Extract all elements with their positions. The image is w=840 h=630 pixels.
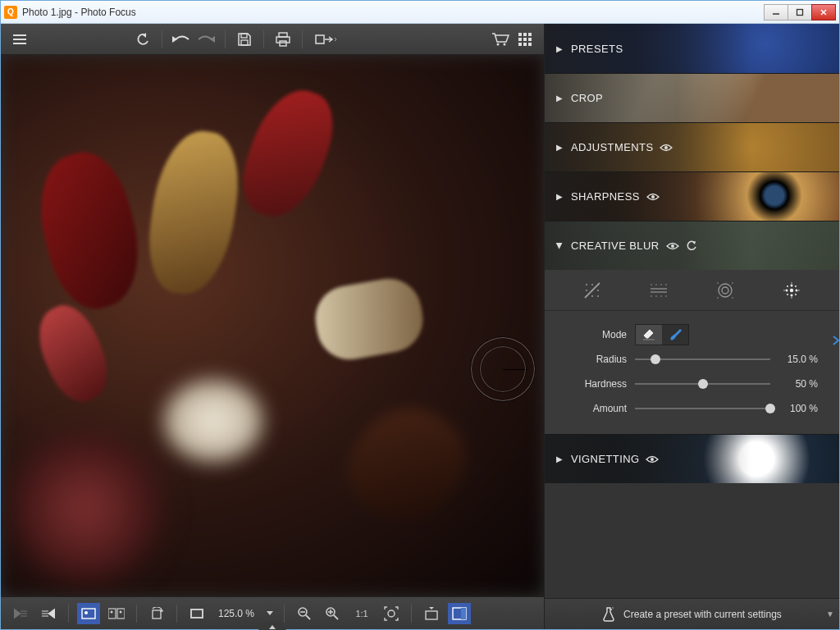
hardness-value: 50 % [770, 378, 818, 390]
mode-row: Mode [545, 322, 818, 347]
save-button[interactable] [232, 28, 257, 51]
svg-point-87 [651, 458, 654, 461]
panel-vignetting-header[interactable]: ▶ VIGNETTING [545, 434, 839, 483]
one-to-one-button[interactable]: 1:1 [349, 603, 375, 624]
svg-point-48 [591, 284, 593, 285]
prev-image-button[interactable] [9, 603, 32, 624]
separator [284, 605, 285, 623]
fit-screen-button[interactable] [185, 603, 208, 624]
mode-erase-button[interactable] [636, 325, 662, 345]
svg-point-29 [120, 610, 122, 613]
hardness-row: Hardness 50 % [545, 372, 818, 396]
svg-point-55 [597, 295, 599, 297]
compare-split-button[interactable] [105, 603, 128, 624]
svg-point-40 [388, 610, 395, 617]
radius-slider[interactable] [635, 351, 770, 368]
svg-point-85 [791, 297, 792, 298]
separator [225, 30, 226, 48]
separator [263, 30, 264, 48]
svg-point-13 [497, 43, 500, 45]
svg-point-68 [722, 287, 728, 294]
mode-buttons [635, 324, 689, 345]
svg-point-83 [798, 290, 799, 290]
blur-type-linear[interactable] [646, 277, 672, 304]
svg-point-60 [665, 284, 667, 285]
minimize-button[interactable] [764, 4, 788, 21]
svg-point-73 [789, 288, 792, 291]
cart-button[interactable] [488, 28, 513, 51]
svg-point-72 [732, 297, 733, 299]
svg-rect-12 [316, 35, 324, 43]
amount-slider[interactable] [635, 400, 770, 417]
fit-zoom-button[interactable] [380, 603, 403, 624]
print-button[interactable] [271, 28, 295, 51]
create-preset-label: Create a preset with current settings [623, 609, 782, 620]
separator [68, 605, 69, 623]
panel-creative-blur-header[interactable]: ▶ CREATIVE BLUR [545, 221, 839, 270]
panel-presets-header[interactable]: ▶ PRESETS [545, 24, 839, 73]
svg-point-71 [717, 297, 719, 299]
compare-single-button[interactable] [77, 603, 100, 624]
svg-rect-20 [528, 38, 532, 41]
image-canvas[interactable] [1, 55, 544, 596]
svg-point-64 [665, 295, 667, 297]
svg-point-69 [717, 282, 719, 284]
blur-type-none[interactable] [579, 277, 605, 304]
svg-line-37 [334, 615, 338, 619]
svg-rect-27 [117, 609, 125, 619]
separator [176, 605, 177, 623]
blur-type-custom[interactable] [778, 277, 805, 304]
separator [411, 605, 412, 623]
svg-rect-18 [518, 38, 522, 41]
svg-point-81 [795, 294, 797, 295]
maximize-button[interactable] [788, 4, 812, 21]
svg-point-14 [504, 43, 506, 45]
svg-rect-26 [108, 609, 116, 619]
zoom-dropdown-button[interactable] [264, 603, 276, 624]
hide-panels-button[interactable] [420, 603, 443, 624]
reset-icon[interactable] [686, 240, 697, 252]
close-button[interactable] [811, 4, 836, 21]
mode-brush-button[interactable] [662, 325, 688, 345]
undo-button[interactable] [169, 28, 194, 51]
zoom-out-button[interactable] [293, 603, 316, 624]
svg-point-70 [732, 282, 733, 284]
grid-view-button[interactable] [513, 28, 537, 51]
undo-all-button[interactable] [130, 28, 155, 51]
panel-label: VIGNETTING [571, 453, 639, 465]
next-image-button[interactable] [37, 603, 60, 624]
svg-rect-43 [461, 608, 466, 619]
redo-button[interactable] [194, 28, 218, 51]
panel-adjustments-header[interactable]: ▶ ADJUSTMENTS [545, 122, 839, 171]
collapse-right-panel[interactable] [832, 334, 840, 347]
export-button[interactable] [309, 28, 342, 51]
svg-point-46 [671, 244, 674, 248]
show-panels-button[interactable] [448, 603, 471, 624]
eye-icon[interactable] [646, 455, 659, 463]
panel-crop-header[interactable]: ▶ CROP [545, 73, 839, 122]
eye-icon[interactable] [660, 144, 673, 152]
create-preset-button[interactable]: Create a preset with current settings ▼ [545, 598, 839, 629]
svg-rect-9 [279, 33, 287, 37]
hardness-slider[interactable] [635, 376, 770, 392]
blur-type-radial[interactable] [712, 277, 738, 304]
svg-point-50 [586, 290, 587, 291]
svg-rect-15 [518, 33, 522, 36]
eye-icon[interactable] [646, 193, 660, 201]
svg-point-25 [84, 611, 88, 614]
rotate-button[interactable] [145, 603, 168, 624]
eye-icon[interactable] [666, 242, 679, 250]
left-pane: 125.0 % 1:1 [1, 24, 544, 629]
panel-label: CROP [571, 92, 603, 104]
zoom-in-button[interactable] [321, 603, 344, 624]
panel-label: ADJUSTMENTS [571, 141, 653, 153]
brush-cursor-icon [470, 336, 536, 402]
filmstrip-toggle[interactable] [258, 622, 286, 630]
window-buttons [765, 4, 836, 21]
menu-button[interactable] [7, 28, 32, 51]
svg-rect-21 [518, 43, 522, 46]
zoom-value[interactable]: 125.0 % [213, 608, 259, 619]
panel-label: PRESETS [571, 43, 623, 55]
separator [302, 30, 303, 48]
panel-sharpness-header[interactable]: ▶ SHARPNESS [545, 171, 839, 221]
